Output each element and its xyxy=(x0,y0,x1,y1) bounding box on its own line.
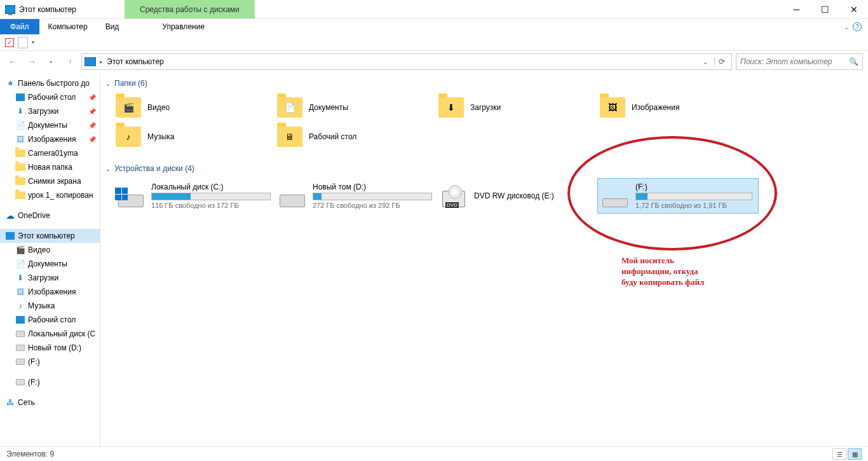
forward-button[interactable]: → xyxy=(24,54,39,69)
quick-item[interactable]: Camera01yma xyxy=(0,146,100,160)
item-label: Локальный диск (C xyxy=(28,329,95,338)
item-icon: ⬇ xyxy=(15,273,25,283)
pc-item[interactable]: (F:) xyxy=(0,355,100,369)
quick-item[interactable]: 📄Документы📌 xyxy=(0,118,100,132)
quick-item[interactable]: Новая папка xyxy=(0,160,100,174)
back-button[interactable]: ← xyxy=(5,54,20,69)
up-button[interactable]: ↑ xyxy=(62,54,78,69)
network[interactable]: 🖧 Сеть xyxy=(0,396,100,409)
item-label: Новая папка xyxy=(28,163,72,172)
pc-item[interactable]: ⬇Загрузки xyxy=(0,271,100,285)
pc-icon xyxy=(5,5,15,14)
pc-item[interactable]: Рабочий стол xyxy=(0,313,100,327)
pin-icon: 📌 xyxy=(88,108,100,115)
drive-name: DVD RW дисковод (E:) xyxy=(474,191,593,200)
onedrive-icon: ☁ xyxy=(5,210,15,221)
pc-item[interactable]: 🎬Видео xyxy=(0,243,100,257)
item-icon xyxy=(15,92,25,102)
drive-icon xyxy=(278,184,306,207)
item-label: Рабочий стол xyxy=(28,93,76,102)
drive-f-dup[interactable]: (F:) xyxy=(0,375,100,389)
drive-f-dup-label: (F:) xyxy=(28,378,40,387)
menu-manage[interactable]: Управление xyxy=(153,19,214,34)
item-icon: 🖼 xyxy=(15,134,25,144)
drive-icon xyxy=(440,184,468,207)
drive-tile[interactable]: (F:)1,72 ГБ свободно из 1,91 ГБ xyxy=(597,178,759,214)
quick-item[interactable]: 🖼Изображения📌 xyxy=(0,132,100,146)
address-dropdown-icon[interactable]: ⌄ xyxy=(700,58,710,65)
item-icon: 🖼 xyxy=(15,287,25,297)
onedrive[interactable]: ☁ OneDrive xyxy=(0,209,100,223)
menu-view[interactable]: Вид xyxy=(97,19,128,34)
address-pc-icon xyxy=(85,57,96,66)
folder-label: Рабочий стол xyxy=(309,132,356,141)
menu-file[interactable]: Файл xyxy=(0,19,39,34)
close-button[interactable]: ✕ xyxy=(839,0,868,18)
address-bar[interactable]: ▸ Этот компьютер ⌄ ⟳ xyxy=(81,53,732,70)
item-icon xyxy=(15,315,25,325)
quick-item[interactable]: Снимки экрана xyxy=(0,174,100,188)
folder-tile[interactable]: ♪Музыка xyxy=(113,122,275,151)
refresh-button[interactable]: ⟳ xyxy=(714,57,729,66)
folder-label: Загрузки xyxy=(470,103,501,112)
search-box[interactable]: 🔍 xyxy=(736,53,863,70)
folder-tile[interactable]: 🎬Видео xyxy=(113,93,275,122)
item-icon: ♪ xyxy=(15,301,25,311)
quick-access[interactable]: ★ Панель быстрого до xyxy=(0,76,100,90)
folder-tile[interactable]: ⬇Загрузки xyxy=(436,93,597,122)
annotation-text: Мой носитель информации, откуда буду коп… xyxy=(621,256,704,288)
item-label: Camera01yma xyxy=(28,149,78,158)
pc-item[interactable]: Новый том (D:) xyxy=(0,341,100,355)
group-drives-title: Устройства и диски (4) xyxy=(114,164,194,173)
drive-free: 1,72 ГБ свободно из 1,91 ГБ xyxy=(635,202,752,209)
view-tiles-button[interactable]: ▦ xyxy=(848,448,862,460)
folder-icon: ⬇ xyxy=(438,97,464,118)
pc-item[interactable]: Локальный диск (C xyxy=(0,327,100,341)
breadcrumb[interactable]: Этот компьютер xyxy=(107,57,164,66)
drive-tile[interactable]: Новый том (D:)272 ГБ свободно из 292 ГБ xyxy=(275,178,436,214)
qat-new-icon[interactable] xyxy=(18,37,28,48)
pc-item[interactable]: ♪Музыка xyxy=(0,299,100,313)
folder-tile[interactable]: 🖼Изображения xyxy=(597,93,759,122)
search-icon[interactable]: 🔍 xyxy=(849,57,858,66)
folder-tile[interactable]: 📄Документы xyxy=(275,93,436,122)
ribbon-expand-icon[interactable]: ⌄ xyxy=(844,24,849,31)
group-folders-header[interactable]: ⌄ Папки (6) xyxy=(105,79,863,88)
item-icon: 🎬 xyxy=(15,245,25,255)
qat-customize-icon[interactable]: ▾ xyxy=(32,39,34,45)
quick-item[interactable]: Рабочий стол📌 xyxy=(0,90,100,104)
drive-tile[interactable]: DVD RW дисковод (E:) xyxy=(436,178,597,214)
item-label: Рабочий стол xyxy=(28,315,76,324)
status-text: Элементов: 9 xyxy=(6,450,54,458)
folder-tile[interactable]: 🖥Рабочий стол xyxy=(275,122,436,151)
group-drives-header[interactable]: ⌄ Устройства и диски (4) xyxy=(105,164,863,173)
help-button[interactable]: ? xyxy=(853,22,862,31)
chevron-down-icon: ⌄ xyxy=(105,80,111,87)
item-label: Документы xyxy=(28,259,67,268)
this-pc[interactable]: Этот компьютер xyxy=(0,229,100,243)
quick-item[interactable]: ⬇Загрузки📌 xyxy=(0,104,100,118)
chevron-down-icon: ⌄ xyxy=(105,165,111,172)
network-label: Сеть xyxy=(18,398,35,407)
onedrive-label: OneDrive xyxy=(18,211,50,220)
ribbon-context-tab[interactable]: Средства работы с дисками xyxy=(125,0,255,18)
maximize-button[interactable]: ☐ xyxy=(811,0,839,18)
item-label: Документы xyxy=(28,121,67,130)
minimize-button[interactable]: ─ xyxy=(782,0,811,18)
content-pane: ⌄ Папки (6) 🎬Видео📄Документы⬇Загрузки🖼Из… xyxy=(100,72,868,446)
qat-properties-icon[interactable]: ✓ xyxy=(5,38,14,47)
view-details-button[interactable]: ☰ xyxy=(832,448,846,460)
search-input[interactable] xyxy=(740,57,849,66)
menu-computer[interactable]: Компьютер xyxy=(39,19,97,34)
network-icon: 🖧 xyxy=(5,397,15,408)
quick-item[interactable]: урок 1_ копирован xyxy=(0,188,100,202)
folder-label: Изображения xyxy=(632,103,679,112)
drive-tile[interactable]: Локальный диск (C:)116 ГБ свободно из 17… xyxy=(113,178,275,214)
pc-item[interactable]: 🖼Изображения xyxy=(0,285,100,299)
item-icon xyxy=(15,343,25,353)
recent-dropdown-icon[interactable]: ▾ xyxy=(43,54,58,69)
pc-item[interactable]: 📄Документы xyxy=(0,257,100,271)
pc-icon xyxy=(5,231,15,241)
item-label: Видео xyxy=(28,245,50,254)
folder-icon: 🎬 xyxy=(116,97,141,118)
